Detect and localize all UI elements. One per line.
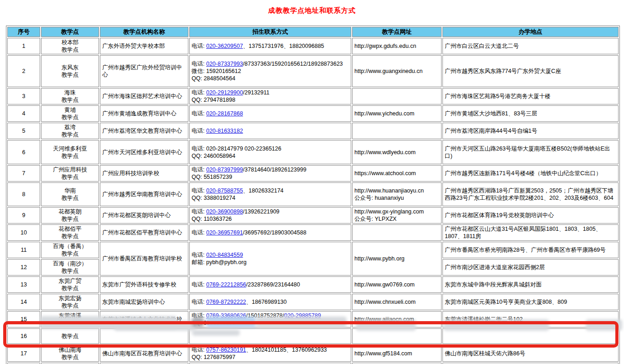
table-row-9: 9花都英朗教学点广州市花都区英朗培训中心电话: 020-36900898/139… (7, 207, 619, 224)
cell-org (100, 328, 188, 344)
phone-link[interactable]: 020-87588755 (206, 187, 243, 194)
contact-line: QQ: 551857239 (192, 173, 349, 181)
cell-website: http://gwpx.gdufs.edu.cn (352, 38, 442, 54)
phone-link[interactable]: 0769-87292222 (206, 299, 246, 305)
column-header-4: 教学点网址 (352, 27, 442, 37)
phone-link[interactable]: 020-36900898 (206, 208, 243, 215)
phone-link[interactable]: 020-81633182 (206, 128, 243, 134)
cell-org: 广州市越秀区广欣外经贸培训中心 (100, 55, 188, 87)
point-name-line: 佛山南海 (43, 346, 97, 354)
cell-point: 广州应用科技教学点 (41, 165, 99, 182)
cell-address: 广州市花都区云山大道31号A区银凤国际1801、1803、1805、1807、1… (442, 224, 619, 241)
point-name-line: 百海（番禺） (43, 243, 97, 250)
cell-website (352, 88, 442, 104)
phone-link[interactable]: 020-29129900 (206, 89, 243, 96)
phone-link[interactable]: 020-28167868 (206, 110, 243, 117)
contact-line: QQ: 110363726 (192, 215, 349, 223)
cell-org: 广州市越秀区华南教育培训中心 (100, 182, 188, 206)
point-name-line: 花都佰平 (43, 225, 97, 233)
cell-point: 校本部教学点 (41, 38, 99, 54)
cell-address: 广州市白云区白云大道北二号 (442, 38, 619, 54)
website-line: http://www.gf5184.com (354, 350, 439, 357)
cell-seq: 13 (7, 276, 40, 293)
cell-point: 东莞宏扬教学点 (41, 294, 99, 310)
teaching-points-table: 序号教学点教学点机构名称招生联系方式教学点网址办学地点 1校本部教学点广东外语外… (6, 26, 620, 364)
table-row-5: 5荔湾教学点广州市荔湾区华文教育培训中心电话: 020-81633182广州市荔… (7, 123, 619, 139)
contact-line: QQ: 2794781898 (192, 96, 349, 104)
point-name-line: 教学点 (43, 285, 97, 292)
table-row-17: 17佛山南海教学点佛山市南海区百花教育培训中心电话: 0757-86230191… (7, 345, 619, 362)
table-row-6: 6天河维多利亚教学点广州市天河区维多利亚培训中心电话: 020-28147979… (7, 140, 619, 164)
point-name-line: 华南 (43, 187, 97, 194)
cell-contact: 电话: 020-87337993/87337363/15920165612/18… (189, 55, 351, 87)
cell-website: http://www.wdlyedu.com (352, 140, 442, 164)
cell-org: 东莞市南城宏扬培训中心 (100, 294, 188, 310)
contact-line: 电话: 020-36957691/36957692/18903004588 (192, 229, 349, 236)
redaction-patch (255, 317, 347, 328)
cell-contact: 电话: 0769-22212856/23287869/23164480 (189, 276, 351, 293)
cell-seq: 1 (7, 38, 40, 54)
header-row: 序号教学点教学点机构名称招生联系方式教学点网址办学地点 (7, 27, 619, 37)
point-name-line: 广州应用科技 (43, 166, 97, 173)
phone-link[interactable]: 020-36957691 (206, 229, 243, 236)
cell-website: http://www.chnxueli.com (352, 294, 442, 310)
cell-point: 华南教学点 (41, 182, 99, 206)
cell-address: 东莞市东城中路中段光辉家具城斜对面 (442, 276, 619, 293)
contact-line: 电话: 0769-87292222、18676989130 (192, 298, 349, 306)
redaction-patch (443, 319, 549, 331)
cell-contact: 电话: 020-87588755、18026332174QQ: 33880192… (189, 182, 351, 206)
point-name-line: 教学点 (43, 233, 97, 240)
cell-point: 花都佰平教学点 (41, 224, 99, 241)
phone-link[interactable]: 020-87337993 (206, 61, 243, 67)
cell-website: http://www.yichedu.com (352, 105, 442, 122)
contact-line: 电话: 020-87397999/37814640/18926123999 (192, 166, 349, 173)
cell-website: http://www.guangxinedu.cn (352, 55, 442, 87)
cell-website: http://www.pybh.org (352, 242, 442, 276)
point-name-line: 教学点 (43, 354, 97, 361)
table-row-11: 11百海（番禺）教学点广州市番禺区百海教育培训学校电话: 020-8483455… (7, 242, 619, 258)
point-name-line: 教学点 (43, 114, 97, 121)
website-line: 公众号: huananxiyu (354, 194, 439, 202)
contact-line: 电话: 020-81633182 (192, 127, 349, 135)
cell-seq: 15 (7, 311, 40, 328)
cell-address: 佛山市南海区桂城天佑六路86号 (442, 345, 619, 362)
contact-line: QQ: 1276875997 (192, 354, 349, 361)
cell-org: 广东外语外贸大学校本部 (100, 38, 188, 54)
table-row-3: 3海珠教学点广州市海珠区德邦艺术培训中心电话: 020-29129900/291… (7, 88, 619, 104)
website-line: http://www.gw0769.com (354, 281, 439, 288)
cell-seq: 5 (7, 123, 40, 139)
phone-link[interactable]: 0769-22212856 (206, 281, 246, 288)
point-name-line: 教学点 (43, 302, 97, 309)
cell-point: 花都英朗教学点 (41, 207, 99, 224)
cell-org: 广州市海珠区德邦艺术培训中心 (100, 88, 188, 104)
website-line: http://gwpx.gdufs.edu.cn (354, 42, 439, 50)
cell-website (352, 224, 442, 241)
phone-link[interactable]: 020-87397999 (206, 166, 243, 173)
phone-link[interactable]: 0757-86230191 (206, 347, 246, 353)
column-header-2: 教学点机构名称 (100, 27, 188, 37)
cell-address: 广州市南沙区进港大道皇家花园西侧2层 (442, 259, 619, 276)
point-name-line: 百海（南沙） (43, 260, 97, 267)
cell-point: 百海（南沙）教学点 (41, 259, 99, 276)
website-line: http://www.yichedu.com (354, 110, 439, 117)
point-name-line: 教学点 (43, 194, 97, 202)
phone-link[interactable]: 020-84834559 (206, 252, 243, 258)
point-name-line: 东莞广贸 (43, 277, 97, 285)
cell-address: 广州市天河区五山路263号瑞华大厦南塔五楼B502(华师地铁站E出口) (442, 140, 619, 164)
point-name-line: 黄埔 (43, 106, 97, 114)
point-name-line: 教学点 (43, 96, 97, 104)
cell-seq: 16 (7, 328, 40, 344)
cell-address: 东莞市南城区元美路10号亨美商业大厦808、809 (442, 294, 619, 310)
cell-seq: 12 (7, 259, 40, 276)
point-name-line: 教学点 (43, 215, 97, 223)
contact-line: 电话: 020-36900898/13926221909 (192, 208, 349, 215)
phone-link[interactable]: 020-36209507 (206, 43, 243, 49)
cell-seq: 10 (7, 224, 40, 241)
point-name-line: 教学点 (43, 131, 97, 138)
cell-address (442, 328, 619, 344)
cell-contact: 电话: 0757-86230191、18024101185、1376096293… (189, 345, 351, 362)
website-line: http://www.gx-yinglang.com (354, 208, 439, 215)
page-title: 成教教学点地址和联系方式 (0, 0, 624, 15)
cell-org: 广州应用科技培训学校 (100, 165, 188, 182)
contact-line: 微信: 15920165612 (192, 68, 349, 75)
